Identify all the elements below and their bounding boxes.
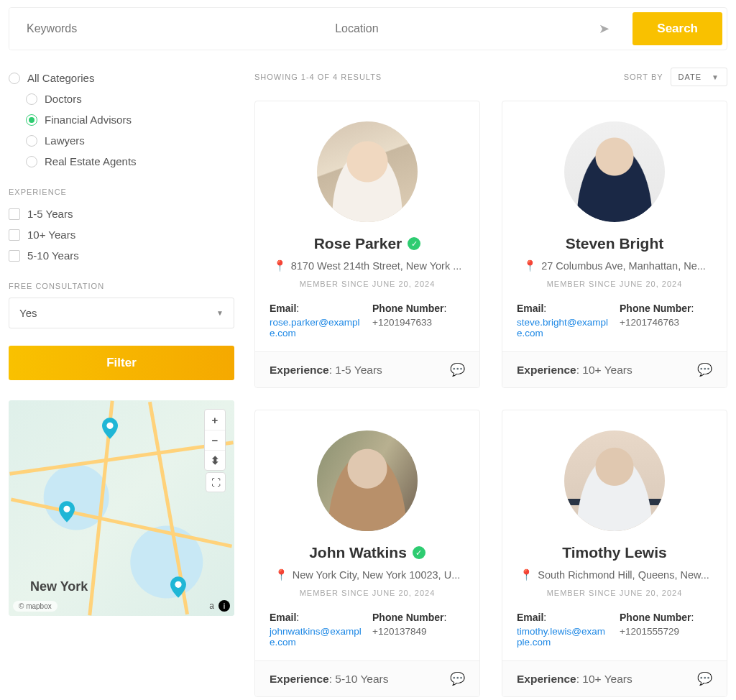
- listing-experience: Experience: 1-5 Years: [270, 364, 382, 377]
- chat-icon[interactable]: 💬: [697, 362, 712, 377]
- category-label: Doctors: [45, 93, 82, 105]
- experience-option-label: 5-10 Years: [27, 249, 79, 262]
- results-count: SHOWING 1-4 OF 4 RESULTS: [254, 73, 382, 81]
- radio-icon: [26, 135, 37, 147]
- consult-label: FREE CONSULTATION: [9, 282, 234, 290]
- sidebar: All CategoriesDoctorsFinancial AdvisorsL…: [9, 68, 234, 697]
- reset-bearing-button[interactable]: ⬍: [205, 450, 225, 470]
- listing-email[interactable]: johnwatkins@example.com: [270, 626, 362, 648]
- content: SHOWING 1-4 OF 4 RESULTS SORT BY DATE ▼ …: [254, 68, 727, 697]
- listing-card[interactable]: Timothy Lewis 📍 South Richmond Hill, Que…: [502, 410, 727, 697]
- checkbox-icon: [9, 208, 20, 220]
- experience-checkbox[interactable]: 5-10 Years: [9, 245, 234, 266]
- svg-point-2: [175, 581, 181, 588]
- listing-experience: Experience: 10+ Years: [517, 364, 632, 377]
- search-button[interactable]: Search: [632, 12, 722, 45]
- listing-address: 8170 West 214th Street, New York ...: [291, 260, 462, 272]
- listing-address: 27 Columbus Ave, Manhattan, Ne...: [541, 260, 706, 272]
- chat-icon[interactable]: 💬: [697, 671, 712, 686]
- chat-icon[interactable]: 💬: [450, 671, 465, 686]
- location-pin-icon: 📍: [520, 568, 533, 581]
- zoom-out-button[interactable]: −: [205, 430, 225, 450]
- avatar: [564, 430, 665, 531]
- map-pin[interactable]: [102, 418, 118, 433]
- map-pin[interactable]: [170, 576, 186, 592]
- verified-badge-icon: ✓: [413, 546, 426, 559]
- avatar: [564, 121, 665, 222]
- email-label: Email: [517, 612, 543, 623]
- listing-name: John Watkins: [309, 544, 407, 561]
- listing-address: New York City, New York 10023, U...: [293, 569, 460, 581]
- radio-icon: [9, 73, 20, 84]
- listing-card[interactable]: John Watkins ✓ 📍 New York City, New York…: [254, 410, 480, 697]
- member-since: MEMBER SINCE JUNE 20, 2024: [517, 589, 712, 597]
- location-pin-icon: 📍: [275, 568, 288, 581]
- listing-experience: Experience: 10+ Years: [517, 673, 632, 686]
- experience-checkbox[interactable]: 1-5 Years: [9, 203, 234, 224]
- sort-select[interactable]: DATE ▼: [671, 68, 727, 86]
- category-label: All Categories: [27, 72, 94, 84]
- member-since: MEMBER SINCE JUNE 20, 2024: [270, 589, 465, 597]
- search-bar: ➤ Search: [9, 7, 727, 50]
- sort-value: DATE: [678, 73, 702, 81]
- geolocate-icon[interactable]: ➤: [589, 21, 620, 37]
- consult-select[interactable]: Yes ▼: [9, 298, 234, 328]
- category-item[interactable]: Real Estate Agents: [9, 151, 234, 172]
- listing-email[interactable]: steve.bright@example.com: [517, 317, 608, 339]
- map-pin[interactable]: [59, 501, 75, 517]
- experience-checkbox[interactable]: 10+ Years: [9, 224, 234, 245]
- listing-name: Timothy Lewis: [562, 544, 666, 561]
- radio-icon: [26, 93, 37, 105]
- radio-icon: [26, 156, 37, 167]
- phone-label: Phone Number: [620, 303, 691, 314]
- svg-point-1: [63, 506, 70, 512]
- map-attribution: © mapbox: [13, 601, 58, 612]
- location-input[interactable]: [318, 8, 589, 50]
- phone-label: Phone Number: [372, 612, 444, 623]
- experience-option-label: 1-5 Years: [27, 208, 73, 220]
- phone-label: Phone Number: [372, 303, 444, 314]
- category-label: Real Estate Agents: [45, 155, 137, 167]
- checkbox-icon: [9, 250, 20, 262]
- listing-email[interactable]: rose.parker@example.com: [270, 317, 360, 339]
- listing-card[interactable]: Rose Parker ✓ 📍 8170 West 214th Street, …: [254, 101, 480, 388]
- phone-label: Phone Number: [620, 612, 691, 623]
- experience-option-label: 10+ Years: [27, 229, 75, 241]
- category-all[interactable]: All Categories: [9, 68, 234, 88]
- listing-card[interactable]: Steven Bright 📍 27 Columbus Ave, Manhatt…: [502, 101, 727, 388]
- listing-address: South Richmond Hill, Queens, New...: [538, 569, 709, 581]
- verified-badge-icon: ✓: [408, 237, 420, 250]
- map-info-icon[interactable]: i: [218, 600, 230, 612]
- experience-label: EXPERIENCE: [9, 188, 234, 196]
- map-controls: + − ⬍: [204, 409, 226, 471]
- fullscreen-button[interactable]: ⛶: [206, 472, 226, 492]
- filter-button[interactable]: Filter: [9, 346, 234, 380]
- zoom-in-button[interactable]: +: [205, 410, 225, 430]
- avatar: [317, 121, 418, 222]
- listing-email[interactable]: timothy.lewis@example.com: [517, 626, 605, 648]
- category-item[interactable]: Financial Advisors: [9, 109, 234, 130]
- category-item[interactable]: Lawyers: [9, 130, 234, 151]
- location-pin-icon: 📍: [273, 259, 287, 272]
- map-city-label: New York: [30, 579, 88, 594]
- category-label: Lawyers: [45, 134, 85, 147]
- listing-phone: +120137849: [372, 626, 465, 648]
- location-wrap: ➤: [318, 8, 628, 50]
- chat-icon[interactable]: 💬: [450, 362, 465, 377]
- results-header: SHOWING 1-4 OF 4 RESULTS SORT BY DATE ▼: [254, 68, 727, 86]
- email-label: Email: [517, 303, 543, 314]
- radio-icon: [26, 114, 37, 126]
- listing-name: Rose Parker: [314, 235, 402, 252]
- member-since: MEMBER SINCE JUNE 20, 2024: [270, 280, 465, 288]
- keywords-input[interactable]: [9, 8, 318, 50]
- member-since: MEMBER SINCE JUNE 20, 2024: [517, 280, 712, 288]
- avatar: [317, 430, 418, 531]
- category-item[interactable]: Doctors: [9, 88, 234, 109]
- svg-point-0: [106, 423, 113, 429]
- location-pin-icon: 📍: [523, 259, 537, 272]
- email-label: Email: [270, 612, 296, 623]
- map[interactable]: New York + − ⬍ ⛶ © mapbox i a: [9, 400, 234, 616]
- listing-phone: +1201746763: [620, 317, 712, 339]
- chevron-down-icon: ▼: [216, 309, 224, 317]
- consult-value: Yes: [19, 307, 37, 319]
